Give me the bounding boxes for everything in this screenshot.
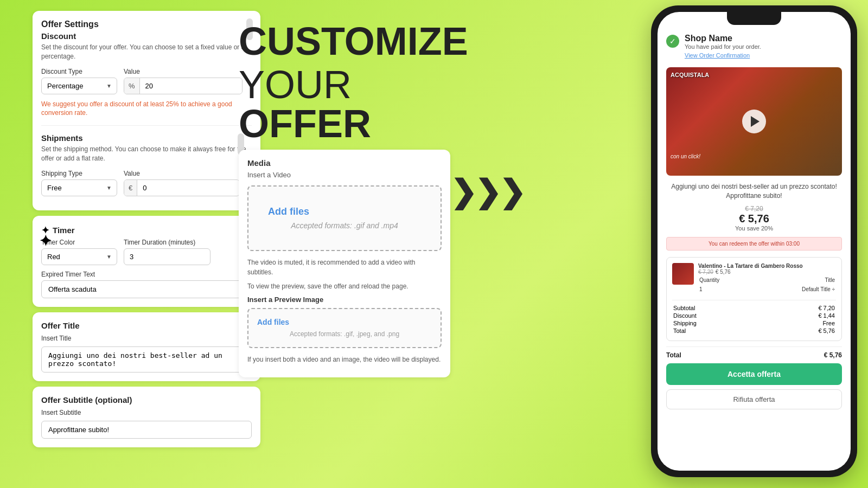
order-table: Quantity Title 1 Default Title ÷ bbox=[698, 275, 836, 294]
subtotal-value: € 7,20 bbox=[768, 305, 835, 311]
offer-subtitle-input[interactable] bbox=[41, 421, 252, 439]
expired-text-label: Expired Timer Text bbox=[41, 271, 252, 278]
offer-title-input-group: Insert Title Aggiungi uno dei nostri bes… bbox=[41, 335, 252, 373]
phone-container: ✓ Shop Name You have paid for your order… bbox=[651, 5, 857, 477]
discount-fields-row: Discount Type Percentage Fixed Value % bbox=[41, 68, 252, 94]
headline-customize: CUSTOMIZE bbox=[239, 22, 450, 61]
order-details: Valentino - La Tartare di Gambero Rosso … bbox=[666, 257, 842, 341]
total-inner-label: Total bbox=[673, 328, 767, 334]
offer-title-textarea[interactable]: Aggiungi uno dei nostri best-seller ad u… bbox=[41, 346, 252, 373]
total-row-label: Total bbox=[666, 351, 681, 359]
shop-paid-text: You have paid for your order. bbox=[685, 43, 761, 50]
media-note-2: To view the preview, save the offer and … bbox=[247, 281, 442, 291]
total-row-value: € 5,76 bbox=[824, 351, 842, 359]
add-image-files-button[interactable]: Add files bbox=[257, 318, 289, 326]
headline-offer: OFFER bbox=[239, 102, 371, 145]
timer-color-select[interactable]: Red Blue Green bbox=[41, 248, 117, 265]
discount-type-select[interactable]: Percentage Fixed bbox=[41, 78, 117, 94]
shop-name: Shop Name bbox=[685, 34, 761, 43]
media-card: Media Insert a Video Add files Accepted … bbox=[239, 150, 450, 377]
offer-title-header: Offer Title bbox=[41, 321, 252, 330]
headline-your: YOUR bbox=[239, 63, 352, 106]
shop-check-icon: ✓ bbox=[666, 35, 679, 48]
phone-content: ✓ Shop Name You have paid for your order… bbox=[658, 12, 851, 471]
total-row: Total € 5,76 bbox=[666, 346, 842, 363]
media-note-3: If you insert both a video and an image,… bbox=[247, 355, 442, 364]
shipping-value-group: Value € bbox=[124, 170, 240, 196]
offer-subtitle-input-group: Insert Subtitle bbox=[41, 409, 252, 439]
headline-your-offer: YOUR OFFER bbox=[239, 65, 450, 143]
timer-card: ✦ Timer Timer Color Red Blue Green Timer… bbox=[33, 216, 260, 307]
discount-value-input[interactable] bbox=[140, 78, 242, 94]
shipments-fields-row: Shipping Type Free Flat Rate Value € bbox=[41, 170, 252, 196]
order-subtotals: Subtotal € 7,20 Discount € 1,44 Shipping… bbox=[672, 300, 836, 335]
media-video-title: Insert a Video bbox=[247, 171, 442, 179]
product-description: Aggiungi uno dei nostri best-seller ad u… bbox=[666, 182, 842, 201]
timer-fields-row: Timer Color Red Blue Green Timer Duratio… bbox=[41, 239, 252, 265]
discount-section: Discount Set the discount for your offer… bbox=[41, 31, 252, 118]
original-price: € 7,20 bbox=[666, 205, 842, 213]
shipping-value-prefix: € bbox=[124, 180, 137, 196]
add-video-files-button[interactable]: Add files bbox=[268, 206, 309, 217]
offer-settings-card: Offer Settings Discount Set the discount… bbox=[33, 11, 260, 210]
image-upload-area[interactable]: Add files Accepted formats: .gif, .jpeg,… bbox=[247, 308, 442, 348]
discount-value-label: Value bbox=[124, 68, 242, 75]
discount-value-group: Value % bbox=[124, 68, 242, 94]
timer-color-group: Timer Color Red Blue Green bbox=[41, 239, 117, 265]
price-area: € 7,20 € 5,76 You save 20% bbox=[666, 205, 842, 232]
expired-text-group: Expired Timer Text bbox=[41, 271, 252, 298]
timer-color-select-wrapper: Red Blue Green bbox=[41, 248, 117, 265]
order-product-row: Valentino - La Tartare di Gambero Rosso … bbox=[672, 263, 836, 294]
video-overlay-text: ACQUISTALA bbox=[671, 72, 709, 78]
offer-title-card: Offer Title Insert Title Aggiungi uno de… bbox=[33, 312, 260, 381]
discount-value-input-wrapper: % bbox=[124, 78, 242, 94]
shipping-type-select[interactable]: Free Flat Rate bbox=[41, 179, 117, 196]
shipments-title: Shipments bbox=[41, 133, 252, 143]
play-button[interactable] bbox=[742, 110, 766, 133]
total-row-inner: Total € 5,76 bbox=[673, 328, 835, 334]
accept-offer-button[interactable]: Accetta offerta bbox=[666, 363, 842, 385]
shipping-value: Free bbox=[768, 320, 835, 326]
video-upload-area[interactable]: Add files Accepted formats: .gif and .mp… bbox=[247, 185, 442, 251]
order-product-info: Valentino - La Tartare di Gambero Rosso … bbox=[698, 263, 836, 294]
product-video: ACQUISTALA con un click! bbox=[666, 67, 842, 176]
subtotal-label: Subtotal bbox=[673, 305, 767, 311]
shipments-desc: Set the shipping method. You can choose … bbox=[41, 145, 252, 163]
expired-text-input[interactable] bbox=[41, 280, 252, 298]
discount-label: Discount bbox=[673, 312, 767, 319]
arrow-chevrons: ❯❯❯ bbox=[450, 174, 524, 210]
media-title: Media bbox=[247, 158, 442, 168]
star-decoration-1: ✦ bbox=[39, 232, 52, 250]
discount-type-select-wrapper: Percentage Fixed bbox=[41, 78, 117, 94]
play-icon bbox=[751, 116, 760, 127]
timer-duration-input[interactable] bbox=[124, 248, 210, 265]
left-panel: Offer Settings Discount Set the discount… bbox=[33, 11, 260, 447]
discount-value-prefix: % bbox=[124, 78, 140, 94]
preview-image-title: Insert a Preview Image bbox=[247, 296, 442, 304]
discount-warning: We suggest you offer a discount of at le… bbox=[41, 100, 252, 118]
discount-type-label: Discount Type bbox=[41, 68, 117, 75]
phone-frame: ✓ Shop Name You have paid for your order… bbox=[651, 5, 857, 477]
center-panel: CUSTOMIZE YOUR OFFER Media Insert a Vide… bbox=[239, 11, 450, 377]
shipping-type-select-wrapper: Free Flat Rate bbox=[41, 179, 117, 196]
shipping-row: Shipping Free bbox=[673, 320, 835, 326]
save-text: You save 20% bbox=[666, 225, 842, 232]
timer-duration-label: Timer Duration (minutes) bbox=[124, 239, 210, 246]
order-product-name: Valentino - La Tartare di Gambero Rosso bbox=[698, 263, 836, 269]
decline-offer-button[interactable]: Rifiuta offerta bbox=[666, 389, 842, 409]
timer-bar: You can redeem the offer within 03:00 bbox=[666, 237, 842, 251]
view-order-link[interactable]: View Order Confirmation bbox=[685, 52, 750, 59]
shipping-value-label: Value bbox=[124, 170, 240, 177]
total-inner-value: € 5,76 bbox=[768, 328, 835, 334]
quantity-label: Quantity bbox=[699, 276, 750, 284]
title-label: Title bbox=[751, 276, 835, 284]
discount-row: Discount € 1,44 bbox=[673, 312, 835, 319]
shipping-value-input-wrapper: € bbox=[124, 179, 240, 196]
shipping-value-input[interactable] bbox=[137, 180, 239, 196]
check-mark: ✓ bbox=[669, 37, 676, 46]
offer-title-input-label: Insert Title bbox=[41, 335, 252, 342]
timer-header: ✦ Timer bbox=[41, 224, 252, 236]
shop-header: ✓ Shop Name You have paid for your order… bbox=[666, 34, 842, 60]
timer-color-label: Timer Color bbox=[41, 239, 117, 246]
offer-settings-title: Offer Settings bbox=[41, 20, 252, 29]
